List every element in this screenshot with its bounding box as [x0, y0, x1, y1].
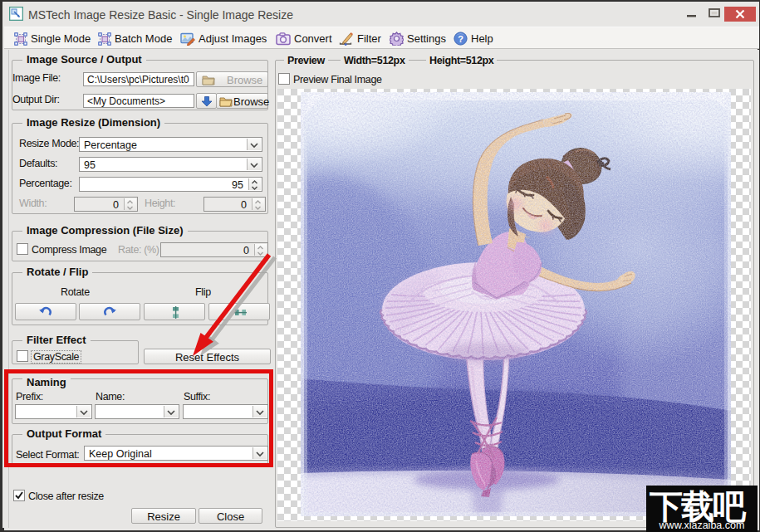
svg-text:?: ?	[458, 34, 463, 44]
